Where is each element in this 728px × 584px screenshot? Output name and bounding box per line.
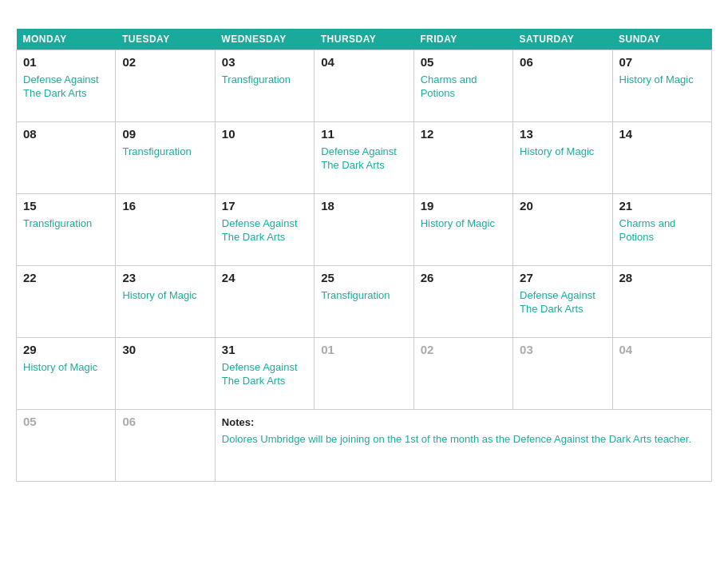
day-cell: 21Charms and Potions	[612, 194, 711, 266]
day-cell: 10	[215, 122, 314, 194]
week-row-2: 0809Transfiguration1011Defense Against T…	[17, 122, 712, 194]
day-cell: 03	[513, 338, 612, 410]
day-cell: 22	[17, 266, 116, 338]
day-number: 02	[421, 343, 506, 356]
day-number: 14	[619, 127, 705, 141]
day-cell: 24	[215, 266, 314, 338]
bottom-row: 0506Notes:Dolores Umbridge will be joini…	[17, 410, 712, 482]
day-cell: 01Defense Against The Dark Arts	[17, 50, 116, 122]
week-row-3: 15Transfiguration1617Defense Against The…	[17, 194, 712, 266]
notes-text: Dolores Umbridge will be joining on the …	[222, 432, 705, 447]
day-number: 29	[23, 343, 109, 356]
weekday-tuesday: TUESDAY	[116, 29, 215, 50]
day-cell: 26	[413, 266, 512, 338]
day-cell: 18	[315, 194, 413, 266]
day-cell: 02	[413, 338, 512, 410]
day-number: 22	[23, 271, 109, 284]
day-number: 26	[421, 271, 506, 284]
event-label: Defense Against The Dark Arts	[321, 145, 406, 173]
weekday-header-row: MONDAYTUESDAYWEDNESDAYTHURSDAYFRIDAYSATU…	[17, 29, 712, 50]
day-cell: 09Transfiguration	[116, 122, 215, 194]
day-number: 06	[122, 415, 208, 428]
day-number: 03	[520, 343, 605, 356]
event-label: History of Magic	[23, 361, 109, 375]
day-number: 07	[619, 55, 705, 69]
notes-label: Notes:	[222, 416, 254, 428]
week-row-1: 01Defense Against The Dark Arts0203Trans…	[17, 50, 712, 122]
weekday-wednesday: WEDNESDAY	[215, 29, 314, 50]
day-cell: 01	[315, 338, 413, 410]
day-number: 24	[222, 271, 307, 284]
day-cell: 11Defense Against The Dark Arts	[315, 122, 413, 194]
day-cell: 23History of Magic	[116, 266, 215, 338]
day-number: 02	[122, 55, 208, 69]
day-cell: 19History of Magic	[413, 194, 512, 266]
day-cell: 07History of Magic	[612, 50, 711, 122]
day-number: 20	[520, 199, 605, 213]
day-cell: 06	[513, 50, 612, 122]
day-cell: 04	[612, 338, 711, 410]
day-number: 11	[321, 127, 406, 141]
event-label: History of Magic	[619, 73, 705, 87]
day-number: 09	[122, 127, 208, 141]
week-row-4: 2223History of Magic2425Transfiguration2…	[17, 266, 712, 338]
day-number: 01	[321, 343, 406, 356]
day-cell: 06	[116, 410, 215, 482]
day-cell: 16	[116, 194, 215, 266]
calendar-table: MONDAYTUESDAYWEDNESDAYTHURSDAYFRIDAYSATU…	[16, 29, 712, 482]
week-row-5: 29History of Magic3031Defense Against Th…	[17, 338, 712, 410]
day-number: 21	[619, 199, 705, 213]
day-cell: 14	[612, 122, 711, 194]
day-number: 01	[23, 55, 109, 69]
day-cell: 31Defense Against The Dark Arts	[215, 338, 314, 410]
weekday-sunday: SUNDAY	[612, 29, 711, 50]
event-label: History of Magic	[520, 145, 605, 159]
weekday-saturday: SATURDAY	[513, 29, 612, 50]
day-number: 31	[222, 343, 307, 356]
day-cell: 12	[413, 122, 512, 194]
day-cell: 13History of Magic	[513, 122, 612, 194]
day-number: 19	[421, 199, 506, 213]
day-number: 15	[23, 199, 109, 213]
day-number: 17	[222, 199, 307, 213]
event-label: Transfiguration	[23, 217, 109, 231]
day-number: 04	[619, 343, 705, 356]
day-number: 27	[520, 271, 605, 284]
event-label: Transfiguration	[222, 73, 307, 87]
day-cell: 27Defense Against The Dark Arts	[513, 266, 612, 338]
day-cell: 05Charms and Potions	[413, 50, 512, 122]
day-cell: 03Transfiguration	[215, 50, 314, 122]
day-number: 23	[122, 271, 208, 284]
notes-cell: Notes:Dolores Umbridge will be joining o…	[215, 410, 711, 482]
day-number: 08	[23, 127, 109, 141]
weekday-friday: FRIDAY	[413, 29, 512, 50]
day-cell: 25Transfiguration	[315, 266, 413, 338]
event-label: Transfiguration	[321, 289, 406, 303]
day-cell: 28	[612, 266, 711, 338]
day-number: 04	[321, 55, 406, 69]
day-number: 30	[122, 343, 208, 356]
event-label: Defense Against The Dark Arts	[520, 289, 605, 316]
event-label: History of Magic	[122, 289, 208, 303]
day-number: 05	[421, 55, 506, 69]
event-label: Defense Against The Dark Arts	[23, 73, 109, 101]
day-cell: 17Defense Against The Dark Arts	[215, 194, 314, 266]
day-number: 05	[23, 415, 109, 428]
weekday-monday: MONDAY	[17, 29, 116, 50]
event-label: Transfiguration	[122, 145, 208, 159]
day-number: 18	[321, 199, 406, 213]
event-label: Charms and Potions	[619, 217, 705, 244]
day-cell: 30	[116, 338, 215, 410]
day-number: 13	[520, 127, 605, 141]
day-cell: 05	[17, 410, 116, 482]
day-number: 28	[619, 271, 705, 284]
day-number: 10	[222, 127, 307, 141]
day-number: 12	[421, 127, 506, 141]
day-cell: 08	[17, 122, 116, 194]
event-label: Charms and Potions	[421, 73, 506, 101]
event-label: History of Magic	[421, 217, 506, 231]
day-number: 16	[122, 199, 208, 213]
day-cell: 29History of Magic	[17, 338, 116, 410]
day-cell: 04	[315, 50, 413, 122]
day-cell: 15Transfiguration	[17, 194, 116, 266]
